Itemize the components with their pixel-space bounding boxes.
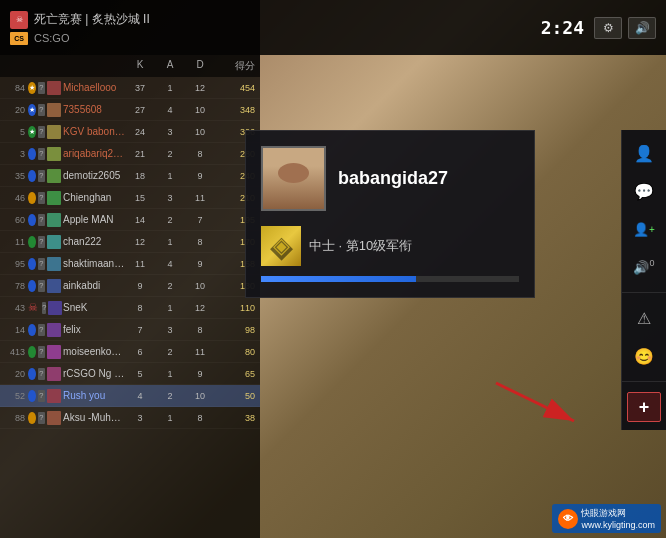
player-name-text: ainkabdi [63,280,125,291]
table-row[interactable]: 78 ? ainkabdi 9 2 10 130 [0,275,260,297]
table-row[interactable]: 20 ? rCSGO Ng Duc H'lx 5 1 9 65 [0,363,260,385]
rank-badge-icon: ★ [28,82,36,94]
player-rank-num: 43 [5,303,25,313]
top-right: 2:24 ⚙ 🔊 [541,17,656,39]
action-panel: 👤 💬 👤+ 🔊0 ⚠ 😊 + [621,130,666,430]
player-icons: ? [28,257,63,271]
rank-badge-icon [28,390,36,402]
player-avatar-small [47,235,61,249]
rank-badge-icon: ★ [28,104,36,116]
rank-badge-icon [28,412,36,424]
col-a-header: A [155,59,185,73]
player-rank-num: 46 [5,193,25,203]
question-mark-icon: ? [38,214,46,226]
settings-icon-btn[interactable]: ⚙ [594,17,622,39]
rank-badge-icon [28,170,36,182]
table-row[interactable]: 413 ? moiseenko_vanyusha 6 2 11 80 [0,341,260,363]
player-name-text: ariqabariq2003 [63,148,125,159]
table-row[interactable]: 14 ? felix 7 3 8 98 [0,319,260,341]
player-stats: 12 1 8 170 [125,237,255,247]
player-rank-num: 5 [5,127,25,137]
player-a: 2 [155,149,185,159]
volume-icon-btn[interactable]: 🔊 [628,17,656,39]
player-k: 6 [125,347,155,357]
player-stats: 3 1 8 38 [125,413,255,423]
player-k: 14 [125,215,155,225]
question-mark-icon: ? [38,258,46,270]
player-name-text: rCSGO Ng Duc H'lx [63,368,125,379]
emoji-button[interactable]: 😊 [627,341,661,371]
player-score: 65 [215,369,255,379]
panel-divider [622,292,666,293]
rank-badge-icon [28,280,36,292]
player-name-text: 7355608 [63,104,125,115]
avatar-face [263,148,324,209]
question-mark-icon: ? [38,324,46,336]
player-icons: ? [28,191,63,205]
player-a: 2 [155,215,185,225]
table-row[interactable]: 46 ? Chienghan 15 3 11 210 [0,187,260,209]
player-name-text: Rush you [63,390,125,401]
player-avatar-small [47,345,61,359]
send-message-button[interactable]: 💬 [627,176,661,206]
table-row[interactable]: 11 ? chan222 12 1 8 170 [0,231,260,253]
add-friend-button[interactable]: 👤+ [627,214,661,244]
player-stats: 14 2 7 195 [125,215,255,225]
add-to-group-button[interactable]: + [627,392,661,422]
player-rank-num: 20 [5,369,25,379]
player-a: 1 [155,237,185,247]
player-stats: 15 3 11 210 [125,193,255,203]
table-row[interactable]: 52 ? Rush you 4 2 10 50 [0,385,260,407]
rank-badge-icon [28,258,36,270]
player-k: 21 [125,149,155,159]
watermark: 👁 快眼游戏网 www.kyligting.com [552,504,661,533]
arrow-pointer [486,373,586,433]
watermark-icon: 👁 [558,509,578,529]
player-rank-num: 78 [5,281,25,291]
report-button[interactable]: ⚠ [627,303,661,333]
player-a: 1 [155,303,185,313]
table-row[interactable]: 5 ★ ? KGV babongida27 24 3 10 306 [0,121,260,143]
player-d: 11 [185,193,215,203]
player-avatar-small [47,367,61,381]
table-row[interactable]: 43 ☠ ? SneK 8 1 12 110 [0,297,260,319]
player-k: 18 [125,171,155,181]
table-row[interactable]: 95 ? shaktimaanOP 11 4 9 158 [0,253,260,275]
player-icons: ☠ ? [28,301,63,315]
table-row[interactable]: 88 ? Aksu -Muhammad 3 1 8 38 [0,407,260,429]
player-icons: ? [28,389,63,403]
player-k: 15 [125,193,155,203]
player-stats: 27 4 10 348 [125,105,255,115]
player-a: 3 [155,127,185,137]
player-score: 80 [215,347,255,357]
player-a: 1 [155,171,185,181]
mute-button[interactable]: 🔊0 [627,252,661,282]
table-row[interactable]: 3 ? ariqabariq2003 21 2 8 280 [0,143,260,165]
player-avatar-small [47,147,61,161]
rank-text: 中士 · 第10级军衔 [309,237,412,255]
column-headers: K A D 得分 [0,55,260,77]
player-avatar-small [47,323,61,337]
game-title: 死亡竞赛 | 炙热沙城 II [34,11,150,28]
player-rank-num: 95 [5,259,25,269]
player-a: 2 [155,391,185,401]
player-icons: ★ ? [28,125,63,139]
player-avatar-small [47,191,61,205]
dead-icon: ☠ [28,301,38,314]
table-row[interactable]: 35 ? demotiz2605 18 1 9 240 [0,165,260,187]
player-rank-num: 413 [5,347,25,357]
table-row[interactable]: 84 ★ ? Michaellooo 37 1 12 454 [0,77,260,99]
player-score: 110 [215,303,255,313]
watermark-url: www.kyligting.com [581,520,655,530]
view-profile-button[interactable]: 👤 [627,138,661,168]
player-d: 11 [185,347,215,357]
table-row[interactable]: 20 ★ ? 7355608 27 4 10 348 [0,99,260,121]
question-mark-icon: ? [38,368,46,380]
question-mark-icon: ? [38,346,46,358]
table-row[interactable]: 60 ? Apple MAN 14 2 7 195 [0,209,260,231]
question-mark-icon: ? [38,126,46,138]
player-icons: ? [28,235,63,249]
player-k: 11 [125,259,155,269]
player-k: 5 [125,369,155,379]
question-mark-icon: ? [38,104,46,116]
